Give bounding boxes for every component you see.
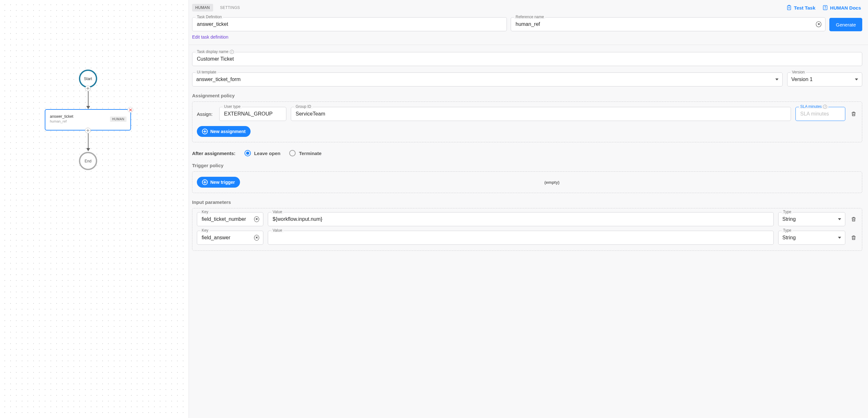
input-parameters-box: Key Value Type String [192, 208, 862, 251]
clear-key[interactable] [254, 235, 259, 241]
field-label: Task Definition [195, 15, 223, 19]
user-type-input[interactable] [223, 111, 282, 117]
edge [88, 133, 89, 149]
task-definition-field[interactable]: Task Definition [192, 17, 507, 31]
param-value-input[interactable] [272, 235, 770, 241]
help-doc-icon [822, 5, 828, 10]
generate-button[interactable]: Generate [829, 18, 862, 31]
plus-circle-icon [202, 179, 208, 185]
radio-leave-open[interactable] [245, 150, 251, 156]
end-node[interactable]: End [79, 152, 97, 170]
info-icon[interactable]: i [823, 105, 827, 109]
param-type-value: String [782, 235, 796, 241]
field-label: Version [790, 70, 806, 74]
field-label: Value [271, 210, 283, 214]
assignment-policy-box: Assign: User type Group ID SLA minutes i [192, 101, 862, 142]
field-label: Task display name i [195, 49, 235, 54]
delete-assignment-button[interactable] [850, 111, 858, 117]
param-value-input[interactable] [272, 216, 770, 222]
start-node-label: Start [84, 77, 92, 81]
trash-icon [851, 216, 857, 222]
task-node[interactable]: answer_ticket human_ref HUMAN [45, 109, 131, 131]
arrow-head-icon [86, 148, 90, 151]
after-assignments-label: After assignments: [192, 150, 236, 156]
group-id-field[interactable]: Group ID [291, 107, 791, 121]
reference-name-input[interactable] [515, 21, 814, 28]
edit-task-definition-link[interactable]: Edit task definition [189, 31, 868, 45]
sla-minutes-input[interactable] [800, 111, 841, 117]
param-key-field[interactable]: Key [197, 212, 264, 226]
close-icon [129, 108, 132, 111]
param-key-field[interactable]: Key [197, 231, 264, 245]
field-label: Reference name [514, 15, 545, 19]
delete-param-button[interactable] [850, 235, 858, 241]
assign-label: Assign: [197, 111, 214, 117]
new-assignment-button[interactable]: New assignment [197, 126, 251, 137]
param-type-value: String [782, 216, 796, 222]
docs-link[interactable]: HUMAN Docs [822, 5, 861, 10]
arrow-head-icon [86, 106, 90, 109]
task-display-name-field[interactable]: Task display name i [192, 52, 862, 66]
ui-template-select[interactable]: Ui template answer_ticket_form [192, 72, 783, 86]
field-label: SLA minutes i [799, 104, 828, 109]
version-value: Version 1 [791, 77, 813, 82]
trigger-policy-title: Trigger policy [192, 163, 862, 168]
tab-human[interactable]: HUMAN [192, 4, 213, 11]
user-type-field[interactable]: User type [219, 107, 286, 121]
radio-terminate[interactable] [289, 150, 296, 156]
workflow-canvas[interactable]: Start answer_ticket human_ref HUMAN End [0, 0, 189, 418]
ui-template-value: answer_ticket_form [196, 77, 241, 82]
trash-icon [851, 235, 857, 241]
task-definition-input[interactable] [196, 21, 503, 28]
test-task-link[interactable]: Test Task [786, 5, 815, 10]
add-after-start[interactable] [85, 85, 91, 91]
svg-point-2 [825, 9, 826, 9]
properties-panel: HUMAN SETTINGS Test Task HUMAN Docs Task… [189, 0, 868, 418]
field-label: Key [200, 210, 210, 214]
field-label: User type [223, 104, 242, 109]
trash-icon [851, 111, 857, 117]
sla-minutes-field[interactable]: SLA minutes i [796, 107, 845, 121]
param-value-field[interactable]: Value [268, 231, 774, 245]
param-type-select[interactable]: Type String [778, 231, 845, 245]
input-param-row: Key Value Type String [197, 212, 858, 226]
field-label: Key [200, 228, 210, 233]
trigger-empty-hint: (empty) [545, 180, 560, 185]
radio-terminate-label: Terminate [299, 150, 321, 156]
chevron-down-icon [838, 218, 841, 220]
param-key-input[interactable] [201, 216, 252, 222]
assignment-policy-title: Assignment policy [192, 93, 862, 98]
chevron-down-icon [838, 237, 841, 239]
task-display-name-input[interactable] [196, 56, 858, 62]
new-trigger-button[interactable]: New trigger [197, 177, 240, 187]
field-label: Ui template [195, 70, 218, 74]
clipboard-icon [786, 5, 792, 10]
start-node[interactable]: Start [79, 70, 97, 88]
delete-param-button[interactable] [850, 216, 858, 222]
end-node-label: End [85, 159, 91, 163]
edge [88, 91, 89, 107]
input-parameters-title: Input parameters [192, 200, 862, 205]
field-label: Type [782, 228, 793, 233]
clear-reference-name[interactable] [816, 22, 822, 27]
add-after-task[interactable] [85, 128, 91, 133]
reference-name-field[interactable]: Reference name [511, 17, 826, 31]
trigger-policy-box: New trigger (empty) [192, 171, 862, 193]
param-value-field[interactable]: Value [268, 212, 774, 226]
group-id-input[interactable] [295, 111, 787, 117]
info-icon[interactable]: i [230, 50, 234, 54]
param-key-input[interactable] [201, 235, 252, 241]
radio-leave-open-label: Leave open [254, 150, 281, 156]
svg-rect-0 [787, 6, 791, 10]
plus-circle-icon [202, 129, 208, 134]
version-select[interactable]: Version Version 1 [787, 72, 862, 86]
tab-settings[interactable]: SETTINGS [217, 4, 243, 11]
chevron-down-icon [855, 78, 858, 80]
param-type-select[interactable]: Type String [778, 212, 845, 226]
input-param-row: Key Value Type String [197, 231, 858, 245]
chevron-down-icon [775, 78, 778, 80]
clear-key[interactable] [254, 216, 259, 222]
panel-tabs: HUMAN SETTINGS [192, 4, 243, 11]
task-node-type-badge: HUMAN [110, 116, 127, 122]
delete-node-button[interactable] [127, 107, 133, 113]
